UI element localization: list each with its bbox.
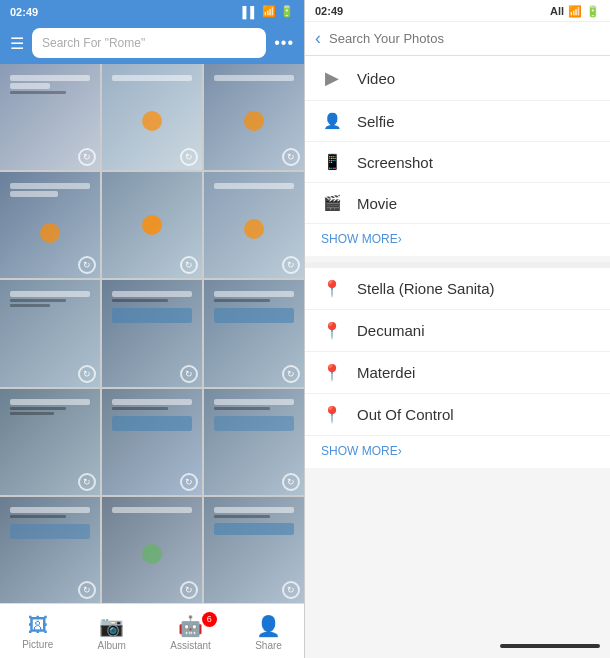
location-stella[interactable]: 📍 Stella (Rione Sanita) xyxy=(305,268,610,310)
wifi-icon: 📶 xyxy=(262,5,276,18)
signal-text-right: All xyxy=(550,5,564,17)
home-indicator xyxy=(500,644,600,648)
bottom-nav: 🖼 Picture 📷 Album 🤖 6 Assistant 👤 Share xyxy=(0,603,304,658)
nav-share-label: Share xyxy=(255,640,282,651)
refresh-icon[interactable]: ↻ xyxy=(180,148,198,166)
location-pin-icon: 📍 xyxy=(321,321,343,340)
suggestion-video[interactable]: ▶ Video xyxy=(305,56,610,101)
status-icons-right: All 📶 🔋 xyxy=(550,5,600,18)
status-icons-left: ▌▌ 📶 🔋 xyxy=(242,5,294,18)
refresh-icon[interactable]: ↻ xyxy=(180,256,198,274)
left-panel: 02:49 ▌▌ 📶 🔋 ☰ Search For "Rome" ••• ↻ ↻… xyxy=(0,0,305,658)
photo-cell[interactable]: ↻ xyxy=(204,389,304,495)
screenshot-icon: 📱 xyxy=(321,153,343,171)
selfie-icon: 👤 xyxy=(321,112,343,130)
photo-cell[interactable]: ↻ xyxy=(204,64,304,170)
battery-icon-right: 🔋 xyxy=(586,5,600,18)
refresh-icon[interactable]: ↻ xyxy=(282,256,300,274)
location-pin-icon: 📍 xyxy=(321,405,343,424)
refresh-icon[interactable]: ↻ xyxy=(282,148,300,166)
refresh-icon[interactable]: ↻ xyxy=(78,473,96,491)
refresh-icon[interactable]: ↻ xyxy=(78,256,96,274)
refresh-icon[interactable]: ↻ xyxy=(78,365,96,383)
nav-album-label: Album xyxy=(98,640,126,651)
search-bar-left: ☰ Search For "Rome" ••• xyxy=(0,22,304,64)
video-label: Video xyxy=(357,70,395,87)
photo-cell[interactable]: ↻ xyxy=(0,389,100,495)
location-materdei[interactable]: 📍 Materdei xyxy=(305,352,610,394)
location-outofcontrol-label: Out Of Control xyxy=(357,406,454,423)
signal-icon: ▌▌ xyxy=(242,6,258,18)
location-section: 📍 Stella (Rione Sanita) 📍 Decumani 📍 Mat… xyxy=(305,268,610,468)
photo-cell[interactable]: ↻ xyxy=(204,497,304,603)
photo-cell[interactable]: ↻ xyxy=(0,172,100,278)
location-materdei-label: Materdei xyxy=(357,364,415,381)
video-icon: ▶ xyxy=(321,67,343,89)
right-footer xyxy=(305,634,610,658)
wifi-icon-right: 📶 xyxy=(568,5,582,18)
movie-icon: 🎬 xyxy=(321,194,343,212)
selfie-label: Selfie xyxy=(357,113,395,130)
photo-cell[interactable]: ↻ xyxy=(102,64,202,170)
nav-assistant[interactable]: 🤖 6 Assistant xyxy=(170,614,211,651)
refresh-icon[interactable]: ↻ xyxy=(180,473,198,491)
back-button[interactable]: ‹ xyxy=(315,28,321,49)
photo-cell[interactable]: ↻ xyxy=(102,497,202,603)
nav-assistant-label: Assistant xyxy=(170,640,211,651)
nav-share[interactable]: 👤 Share xyxy=(255,614,282,651)
refresh-icon[interactable]: ↻ xyxy=(180,581,198,599)
assistant-badge: 6 xyxy=(202,612,217,627)
status-bar-left: 02:49 ▌▌ 📶 🔋 xyxy=(0,0,304,22)
refresh-icon[interactable]: ↻ xyxy=(78,581,96,599)
suggestion-screenshot[interactable]: 📱 Screenshot xyxy=(305,142,610,183)
nav-picture-label: Picture xyxy=(22,639,53,650)
show-more-locations[interactable]: SHOW MORE› xyxy=(305,436,610,468)
hamburger-icon[interactable]: ☰ xyxy=(10,34,24,53)
right-panel: 02:49 All 📶 🔋 ‹ ▶ Video 👤 Selfie 📱 Scree… xyxy=(305,0,610,658)
refresh-icon[interactable]: ↻ xyxy=(282,365,300,383)
movie-label: Movie xyxy=(357,195,397,212)
photo-cell[interactable]: ↻ xyxy=(102,389,202,495)
suggestion-movie[interactable]: 🎬 Movie xyxy=(305,183,610,224)
location-decumani[interactable]: 📍 Decumani xyxy=(305,310,610,352)
photo-cell[interactable]: ↻ xyxy=(102,280,202,386)
photo-cell[interactable]: ↻ xyxy=(204,172,304,278)
time-right: 02:49 xyxy=(315,5,343,17)
search-placeholder-left: Search For "Rome" xyxy=(42,36,145,50)
picture-icon: 🖼 xyxy=(28,614,48,637)
nav-album[interactable]: 📷 Album xyxy=(98,614,126,651)
more-options-icon[interactable]: ••• xyxy=(274,34,294,52)
photo-cell[interactable]: ↻ xyxy=(204,280,304,386)
refresh-icon[interactable]: ↻ xyxy=(78,148,96,166)
location-pin-icon: 📍 xyxy=(321,279,343,298)
screenshot-label: Screenshot xyxy=(357,154,433,171)
refresh-icon[interactable]: ↻ xyxy=(282,473,300,491)
suggestions-section: ▶ Video 👤 Selfie 📱 Screenshot 🎬 Movie SH… xyxy=(305,56,610,256)
location-decumani-label: Decumani xyxy=(357,322,425,339)
album-icon: 📷 xyxy=(99,614,124,638)
suggestion-selfie[interactable]: 👤 Selfie xyxy=(305,101,610,142)
battery-icon: 🔋 xyxy=(280,5,294,18)
photo-cell[interactable]: ↻ xyxy=(102,172,202,278)
time-left: 02:49 xyxy=(10,6,38,18)
search-bar-right: ‹ xyxy=(305,22,610,56)
location-outofcontrol[interactable]: 📍 Out Of Control xyxy=(305,394,610,436)
photo-cell[interactable]: ↻ xyxy=(0,497,100,603)
status-bar-right: 02:49 All 📶 🔋 xyxy=(305,0,610,22)
photo-cell[interactable]: ↻ xyxy=(0,280,100,386)
search-input-left[interactable]: Search For "Rome" xyxy=(32,28,266,58)
refresh-icon[interactable]: ↻ xyxy=(282,581,300,599)
search-input-right[interactable] xyxy=(329,31,600,46)
nav-picture[interactable]: 🖼 Picture xyxy=(22,614,53,650)
share-icon: 👤 xyxy=(256,614,281,638)
location-stella-label: Stella (Rione Sanita) xyxy=(357,280,495,297)
photo-grid: ↻ ↻ ↻ ↻ ↻ ↻ ↻ ↻ xyxy=(0,64,304,603)
assistant-icon: 🤖 xyxy=(178,614,203,638)
photo-cell[interactable]: ↻ xyxy=(0,64,100,170)
location-pin-icon: 📍 xyxy=(321,363,343,382)
refresh-icon[interactable]: ↻ xyxy=(180,365,198,383)
show-more-categories[interactable]: SHOW MORE› xyxy=(305,224,610,256)
